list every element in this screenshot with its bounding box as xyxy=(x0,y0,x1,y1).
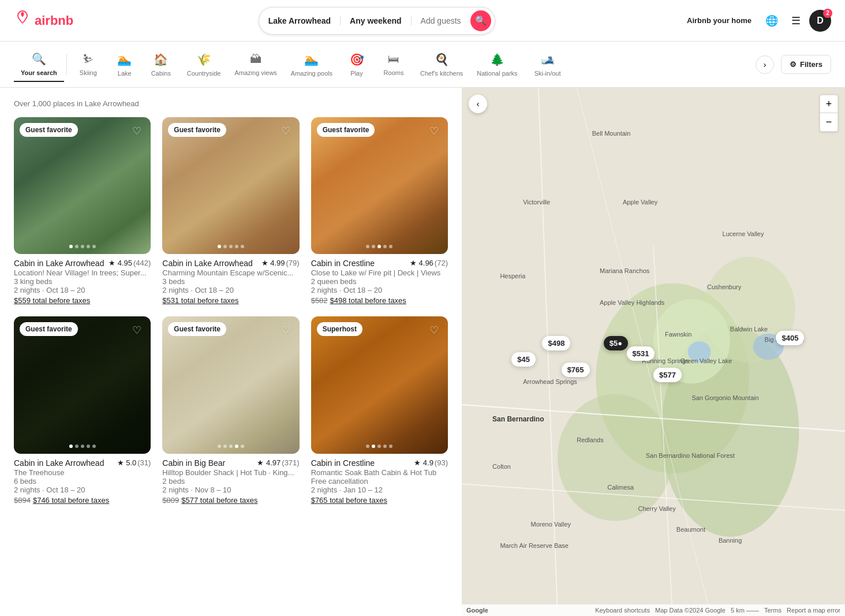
map-label-san-bernardino: San Bernardino xyxy=(492,415,544,423)
wishlist-btn-6[interactable]: ♡ xyxy=(426,322,442,338)
ski-in-out-label: Ski-in/out xyxy=(534,70,561,77)
map-label-baldwin-lake: Baldwin Lake xyxy=(730,326,768,333)
search-location[interactable]: Lake Arrowhead xyxy=(259,16,341,25)
cabins-icon: 🏠 xyxy=(154,53,168,66)
logo[interactable]: airbnb xyxy=(14,10,73,31)
category-lake[interactable]: 🏊 Lake xyxy=(107,48,142,81)
chefs-kitchens-icon: 🍳 xyxy=(435,53,449,66)
listing-desc-3: Close to Lake w/ Fire pit | Deck | Views xyxy=(311,268,448,277)
category-chefs-kitchens[interactable]: 🍳 Chef's kitchens xyxy=(413,48,470,81)
guest-favorite-badge-2: Guest favorite xyxy=(168,123,226,137)
listing-card-1[interactable]: Guest favorite ♡ Cabin in Lake Arrowhead… xyxy=(14,117,151,305)
search-button[interactable]: 🔍 xyxy=(470,10,491,31)
category-rooms[interactable]: 🛏 Rooms xyxy=(374,48,413,81)
logo-icon xyxy=(14,10,31,31)
listing-title-2: Cabin in Lake Arrowhead xyxy=(162,259,252,268)
wishlist-btn-1[interactable]: ♡ xyxy=(129,123,145,139)
search-guests[interactable]: Add guests xyxy=(412,16,470,25)
filters-label: Filters xyxy=(800,60,822,69)
amazing-pools-label: Amazing pools xyxy=(291,70,332,77)
map-label-colton: Colton xyxy=(492,463,511,470)
listing-info-6: Cabin in Crestline ★ 4.9 (93) Romantic S… xyxy=(311,458,448,505)
listing-beds-3: 2 queen beds xyxy=(311,277,448,286)
listing-desc-6: Romantic Soak Bath Cabin & Hot Tub xyxy=(311,468,448,477)
airbnb-home-link[interactable]: Airbnb your home xyxy=(680,12,758,29)
listing-rating-5: ★ 4.97 (371) xyxy=(257,458,299,467)
img-dots-2 xyxy=(218,245,244,248)
map-footer: Google Keyboard shortcuts Map Data ©2024… xyxy=(462,604,845,616)
listings-grid: Guest favorite ♡ Cabin in Lake Arrowhead… xyxy=(14,117,448,505)
categories-list: 🔍 Your search ⛷ Skiing 🏊 Lake 🏠 Cabins 🌾… xyxy=(14,47,756,82)
map-label-cherry-valley: Cherry Valley xyxy=(638,505,675,512)
amazing-pools-icon: 🏊 xyxy=(304,53,319,66)
listing-title-5: Cabin in Big Bear xyxy=(162,458,225,468)
logo-text: airbnb xyxy=(35,13,73,28)
national-parks-label: National parks xyxy=(477,70,517,77)
results-count: Over 1,000 places in Lake Arrowhead xyxy=(14,99,448,108)
listing-title-4: Cabin in Lake Arrowhead xyxy=(14,458,104,468)
listing-price-4: $894$746 total before taxes xyxy=(14,496,151,505)
category-ski-in-out[interactable]: 🎿 Ski-in/out xyxy=(525,48,571,81)
listing-card-4[interactable]: Guest favorite ♡ Cabin in Lake Arrowhead… xyxy=(14,316,151,504)
map-pin-498[interactable]: $498 xyxy=(542,336,570,350)
category-countryside[interactable]: 🌾 Countryside xyxy=(180,48,228,81)
map-pin-selected[interactable]: $5● xyxy=(604,336,628,350)
listing-info-5: Cabin in Big Bear ★ 4.97 (371) Hilltop B… xyxy=(162,458,299,505)
listing-beds-1: 3 king beds xyxy=(14,277,151,286)
category-your-search[interactable]: 🔍 Your search xyxy=(14,47,64,82)
map-label-victorville: Victorville xyxy=(523,199,550,206)
listing-dates-5: 2 nights · Nov 8 – 10 xyxy=(162,486,299,494)
rooms-label: Rooms xyxy=(384,69,404,76)
category-play[interactable]: 🎯 Play xyxy=(339,48,374,81)
listing-card-2[interactable]: Guest favorite ♡ Cabin in Lake Arrowhead… xyxy=(162,117,299,305)
wishlist-btn-4[interactable]: ♡ xyxy=(129,322,145,338)
menu-button[interactable]: ☰ xyxy=(785,10,807,32)
categories-nav: 🔍 Your search ⛷ Skiing 🏊 Lake 🏠 Cabins 🌾… xyxy=(0,42,845,88)
listing-rating-6: ★ 4.9 (93) xyxy=(414,458,448,467)
wishlist-btn-5[interactable]: ♡ xyxy=(278,322,294,338)
img-dots-4 xyxy=(69,445,96,448)
listing-card-6[interactable]: Superhost ♡ Cabin in Crestline ★ 4.9 (93… xyxy=(311,316,448,504)
category-amazing-pools[interactable]: 🏊 Amazing pools xyxy=(284,48,339,81)
main-content: Over 1,000 places in Lake Arrowhead Gues… xyxy=(0,88,845,616)
map-label-banning: Banning xyxy=(719,537,742,544)
map-label-sb-national-forest: San Bernardino National Forest xyxy=(646,452,735,459)
map-pin-765[interactable]: $765 xyxy=(562,363,590,377)
map-pin-405[interactable]: $405 xyxy=(776,331,804,345)
listing-desc-4: The Treehouse xyxy=(14,468,151,477)
map-pin-577[interactable]: $577 xyxy=(653,368,682,382)
category-national-parks[interactable]: 🌲 National parks xyxy=(470,48,524,81)
map-zoom-in[interactable]: + xyxy=(820,95,838,113)
map-pin-531[interactable]: $531 xyxy=(627,346,655,361)
globe-button[interactable]: 🌐 xyxy=(761,10,783,32)
wishlist-btn-2[interactable]: ♡ xyxy=(278,123,294,139)
map-label-moreno-valley: Moreno Valley xyxy=(531,521,571,528)
listing-title-1: Cabin in Lake Arrowhead xyxy=(14,259,104,268)
map-collapse-button[interactable]: ‹ xyxy=(469,95,487,113)
wishlist-btn-3[interactable]: ♡ xyxy=(426,123,442,139)
notification-badge: 2 xyxy=(823,9,832,18)
search-bar: Lake Arrowhead Any weekend Add guests 🔍 xyxy=(259,7,495,35)
listing-card-3[interactable]: Guest favorite ♡ Cabin in Crestline ★ 4.… xyxy=(311,117,448,305)
category-amazing-views[interactable]: 🏔 Amazing views xyxy=(227,48,283,81)
listing-img-wrap-5: Guest favorite ♡ xyxy=(162,316,299,453)
map-pin-45[interactable]: $45 xyxy=(511,352,536,367)
category-cabins[interactable]: 🏠 Cabins xyxy=(142,48,180,81)
filters-button[interactable]: ⚙ Filters xyxy=(781,55,831,74)
category-skiing[interactable]: ⛷ Skiing xyxy=(69,48,107,81)
listing-img-wrap-4: Guest favorite ♡ xyxy=(14,316,151,453)
skiing-label: Skiing xyxy=(80,69,97,76)
listing-price-6: $765 total before taxes xyxy=(311,496,448,505)
listing-card-5[interactable]: Guest favorite ♡ Cabin in Big Bear ★ 4.9… xyxy=(162,316,299,504)
avatar[interactable]: D 2 xyxy=(809,10,831,32)
map-credits: Keyboard shortcuts Map Data ©2024 Google… xyxy=(595,607,840,614)
superhost-badge-6: Superhost xyxy=(317,322,362,336)
avatar-letter: D xyxy=(817,16,824,26)
categories-chevron[interactable]: › xyxy=(756,55,774,74)
map-label-beaumont: Beaumont xyxy=(676,526,705,533)
search-dates[interactable]: Any weekend xyxy=(341,16,411,25)
listing-img-wrap-1: Guest favorite ♡ xyxy=(14,117,151,254)
listing-price-3: $582$498 total before taxes xyxy=(311,296,448,305)
listing-img-wrap-3: Guest favorite ♡ xyxy=(311,117,448,254)
map-zoom-out[interactable]: − xyxy=(820,113,838,132)
